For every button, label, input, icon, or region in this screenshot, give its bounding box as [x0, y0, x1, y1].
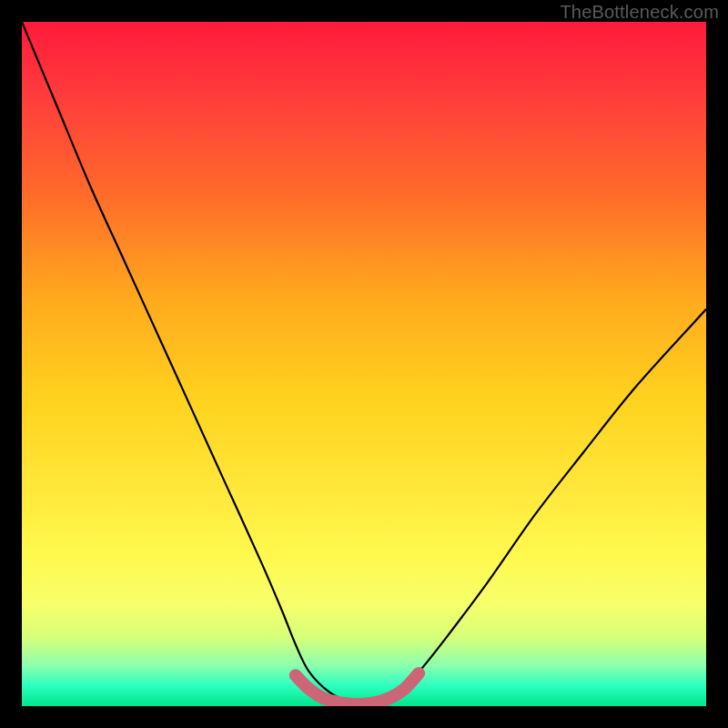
plot-area [22, 22, 706, 706]
bottleneck-curve [22, 22, 706, 704]
curve-layer [22, 22, 706, 706]
chart-frame: TheBottleneck.com [0, 0, 728, 728]
watermark-text: TheBottleneck.com [560, 2, 719, 23]
